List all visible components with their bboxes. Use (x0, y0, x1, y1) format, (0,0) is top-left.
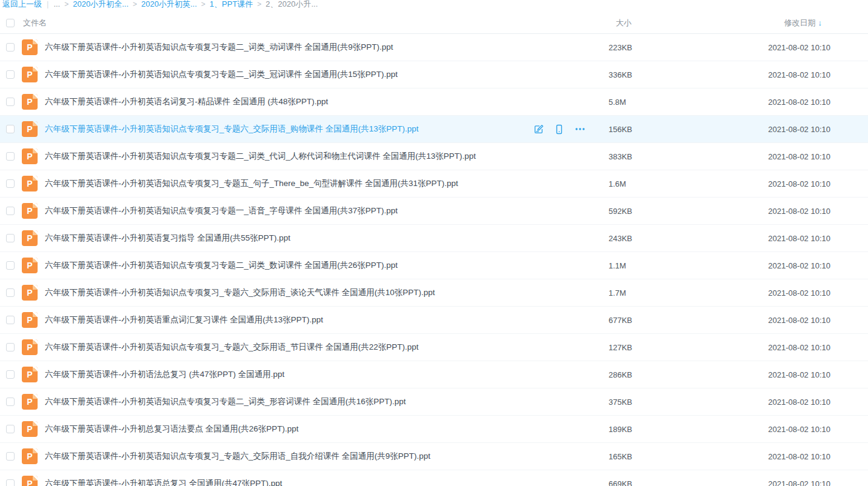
row-checkbox[interactable] (6, 288, 15, 297)
table-row[interactable]: P 六年级下册英语课件-小升初总复习语法要点 全国通用(共26张PPT).ppt (0, 416, 868, 443)
file-size: 189KB (606, 425, 673, 434)
ppt-file-icon: P (22, 421, 38, 437)
file-date: 2021-08-02 10:10 (673, 207, 830, 216)
file-name-link[interactable]: 六年级下册英语课件-小升初英语知识点专项复习专题二_词类_冠词课件 全国通用(共… (45, 69, 533, 80)
ppt-file-icon: P (22, 258, 38, 273)
ppt-file-icon: P (22, 39, 38, 55)
file-name-link[interactable]: 六年级下册英语课件-小升初英语知识点专项复习专题二_词类_代词_人称代词和物主代… (45, 151, 533, 162)
row-checkbox[interactable] (6, 479, 15, 486)
file-date: 2021-08-02 10:10 (673, 43, 830, 52)
row-checkbox[interactable] (6, 207, 15, 215)
file-name-link[interactable]: 六年级下册英语课件-小升初英语知识点专项复习专题一_语音_字母课件 全国通用(共… (45, 205, 533, 216)
breadcrumb-back-link[interactable]: 返回上一级 (2, 0, 42, 10)
row-checkbox[interactable] (6, 43, 15, 52)
table-row[interactable]: P 六年级下册英语课件-小升初英语重点词汇复习课件 全国通用(共13张PPT).… (0, 307, 868, 334)
more-icon (575, 124, 586, 135)
column-header-filename: 文件名 (23, 18, 606, 28)
row-checkbox[interactable] (6, 234, 15, 242)
table-row[interactable]: P 六年级下册英语课件-小升初英语知识点专项复习_专题六_交际用语_自我介绍课件… (0, 443, 868, 470)
file-date: 2021-08-02 10:10 (673, 98, 830, 107)
table-row[interactable]: P 六年级下册英语课件-小升初英语知识点专项复习_专题六_交际用语_节日课件 全… (0, 334, 868, 361)
breadcrumb-current: 2、2020小升... (265, 0, 318, 10)
file-name-link[interactable]: 六年级下册英语课件-小升初英语名词复习-精品课件 全国通用 (共48张PPT).… (45, 96, 533, 107)
row-checkbox[interactable] (6, 398, 15, 406)
file-size: 165KB (606, 452, 673, 461)
file-size: 223KB (606, 43, 673, 52)
file-name-link[interactable]: 六年级下册英语课件-小升初英语知识点专项复习_专题六_交际用语_购物课件 全国通… (45, 124, 533, 135)
file-date: 2021-08-02 10:10 (673, 125, 830, 134)
file-name-link[interactable]: 六年级下册英语课件-小升初总复习语法要点 全国通用(共26张PPT).ppt (45, 424, 533, 434)
file-date: 2021-08-02 10:10 (673, 316, 830, 325)
file-date: 2021-08-02 10:10 (673, 452, 830, 461)
row-checkbox[interactable] (6, 70, 15, 79)
file-size: 1.6M (606, 179, 673, 188)
file-name-link[interactable]: 六年级下册英语课件-小升初语法总复习 (共47张PPT) 全国通用.ppt (45, 369, 533, 380)
ppt-file-icon: P (22, 394, 38, 410)
ppt-file-icon: P (22, 339, 38, 355)
table-row[interactable]: P 六年级下册英语课件-小升初英语知识点专项复习专题二_词类_形容词课件 全国通… (0, 388, 868, 416)
table-row[interactable]: P 六年级下册英语课件-小升初英语知识点专项复习专题一_语音_字母课件 全国通用… (0, 198, 868, 225)
sort-desc-icon[interactable]: ↓ (818, 18, 823, 27)
ppt-file-icon: P (22, 176, 38, 191)
row-checkbox[interactable] (6, 179, 15, 188)
row-checkbox[interactable] (6, 98, 15, 106)
column-header-size: 大小 (606, 18, 673, 28)
file-name-link[interactable]: 六年级下册英语课件-小升初英语知识点专项复习_专题五_句子_There_be_句… (45, 178, 533, 189)
file-size: 383KB (606, 152, 673, 161)
file-name-link[interactable]: 六年级下册英语课件-小升初英语知识点专项复习专题二_词类_动词课件 全国通用(共… (45, 42, 533, 53)
table-row[interactable]: P 六年级下册英语课件-小升初英语总复习 全国通用(共47张PPT).ppt (0, 470, 868, 486)
file-date: 2021-08-02 10:10 (673, 343, 830, 352)
ppt-file-icon: P (22, 121, 38, 137)
breadcrumb-link[interactable]: 1、PPT课件 (210, 0, 253, 10)
file-name-link[interactable]: 六年级下册英语课件-小升初英语重点词汇复习课件 全国通用(共13张PPT).pp… (45, 315, 533, 325)
file-size: 127KB (606, 343, 673, 352)
table-row[interactable]: P 六年级下册英语课件-小升初英语知识点专项复习_专题五_句子_There_be… (0, 170, 868, 198)
row-checkbox[interactable] (6, 261, 15, 270)
column-header-date[interactable]: 修改日期↓ (673, 18, 830, 28)
row-checkbox[interactable] (6, 425, 15, 433)
file-name-link[interactable]: 六年级下册英语课件-小升初英语知识点专项复习专题二_词类_数词课件 全国通用(共… (45, 260, 533, 271)
breadcrumb-separator: > (257, 0, 261, 8)
table-row[interactable]: P 六年级下册英语课件-小升初英语知识点专项复习专题二_词类_数词课件 全国通用… (0, 252, 868, 279)
select-all-checkbox[interactable] (6, 19, 15, 27)
row-checkbox[interactable] (6, 316, 15, 324)
file-size: 5.8M (606, 98, 673, 107)
file-size: 592KB (606, 207, 673, 216)
file-date: 2021-08-02 10:10 (673, 152, 830, 161)
more-actions-button[interactable] (575, 124, 586, 135)
file-date: 2021-08-02 10:10 (673, 261, 830, 270)
row-checkbox[interactable] (6, 343, 15, 351)
file-size: 336KB (606, 70, 673, 79)
file-size: 677KB (606, 316, 673, 325)
breadcrumb-link[interactable]: 2020小升初英... (141, 0, 197, 10)
rename-button[interactable] (533, 124, 544, 135)
file-name-link[interactable]: 六年级下册英语课件-小升初英语知识点专项复习_专题六_交际用语_节日课件 全国通… (45, 342, 533, 353)
row-checkbox[interactable] (6, 452, 15, 461)
file-size: 156KB (606, 125, 673, 134)
table-row[interactable]: P 六年级下册英语课件-小升初英语知识点专项复习专题二_词类_代词_人称代词和物… (0, 143, 868, 170)
file-size: 286KB (606, 370, 673, 379)
row-checkbox[interactable] (6, 152, 15, 161)
table-row[interactable]: P 六年级下册英语课件-小升初英语知识点专项复习专题二_词类_动词课件 全国通用… (0, 34, 868, 61)
table-row[interactable]: P 六年级下册英语课件-小升初英语知识点专项复习_专题六_交际用语_购物课件 全… (0, 116, 868, 143)
file-name-link[interactable]: 六年级下册英语课件-小升初英语复习指导 全国通用(共55张PPT).ppt (45, 233, 533, 244)
send-to-phone-button[interactable] (554, 124, 564, 135)
table-row[interactable]: P 六年级下册英语课件-小升初语法总复习 (共47张PPT) 全国通用.ppt (0, 361, 868, 388)
file-name-link[interactable]: 六年级下册英语课件-小升初英语知识点专项复习_专题六_交际用语_自我介绍课件 全… (45, 451, 533, 462)
ppt-file-icon: P (22, 148, 38, 164)
breadcrumb-link[interactable]: 2020小升初全... (73, 0, 129, 10)
file-name-link[interactable]: 六年级下册英语课件-小升初英语总复习 全国通用(共47张PPT).ppt (45, 478, 533, 486)
table-row[interactable]: P 六年级下册英语课件-小升初英语名词复习-精品课件 全国通用 (共48张PPT… (0, 88, 868, 116)
breadcrumb-separator: > (64, 0, 68, 8)
file-name-link[interactable]: 六年级下册英语课件-小升初英语知识点专项复习专题二_词类_形容词课件 全国通用(… (45, 396, 533, 407)
row-actions (533, 124, 606, 135)
row-checkbox[interactable] (6, 370, 15, 379)
file-date: 2021-08-02 10:10 (673, 425, 830, 434)
table-row[interactable]: P 六年级下册英语课件-小升初英语复习指导 全国通用(共55张PPT).ppt (0, 225, 868, 252)
row-checkbox[interactable] (6, 125, 15, 133)
table-row[interactable]: P 六年级下册英语课件-小升初英语知识点专项复习_专题六_交际用语_谈论天气课件… (0, 279, 868, 307)
ppt-file-icon: P (22, 312, 38, 328)
table-header: 文件名 大小 修改日期↓ (0, 12, 868, 34)
file-name-link[interactable]: 六年级下册英语课件-小升初英语知识点专项复习_专题六_交际用语_谈论天气课件 全… (45, 287, 533, 298)
table-row[interactable]: P 六年级下册英语课件-小升初英语知识点专项复习专题二_词类_冠词课件 全国通用… (0, 61, 868, 88)
